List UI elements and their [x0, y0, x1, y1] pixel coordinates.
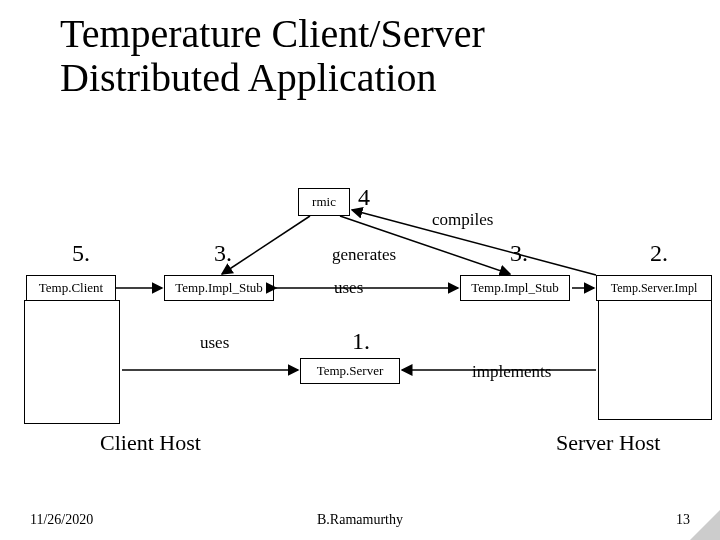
page-curl-icon [690, 510, 720, 540]
box-rmic: rmic [298, 188, 350, 216]
number-1: 1. [352, 328, 370, 355]
label-generates: generates [332, 245, 396, 265]
box-temp-client: Temp.Client [26, 275, 116, 301]
box-server-impl: Temp.Server.Impl [596, 275, 712, 301]
label-client-host: Client Host [100, 430, 201, 456]
host-server-rect [598, 300, 712, 420]
footer-author: B.Ramamurthy [0, 512, 720, 528]
label-server-host: Server Host [556, 430, 660, 456]
footer-page: 13 [676, 512, 690, 528]
label-uses-mid: uses [200, 333, 229, 353]
box-stub-right: Temp.Impl_Stub [460, 275, 570, 301]
number-3a: 3. [214, 240, 232, 267]
box-temp-server: Temp.Server [300, 358, 400, 384]
slide-title: Temperature Client/Server Distributed Ap… [60, 12, 660, 100]
svg-line-1 [222, 216, 310, 274]
label-compiles: compiles [432, 210, 493, 230]
label-implements: implements [472, 362, 551, 382]
host-client-rect [24, 300, 120, 424]
number-2: 2. [650, 240, 668, 267]
label-uses-top: uses [334, 278, 363, 298]
number-3b: 3. [510, 240, 528, 267]
number-4: 4 [358, 184, 370, 211]
box-stub-left: Temp.Impl_Stub [164, 275, 274, 301]
slide: Temperature Client/Server Distributed Ap… [0, 0, 720, 540]
number-5: 5. [72, 240, 90, 267]
